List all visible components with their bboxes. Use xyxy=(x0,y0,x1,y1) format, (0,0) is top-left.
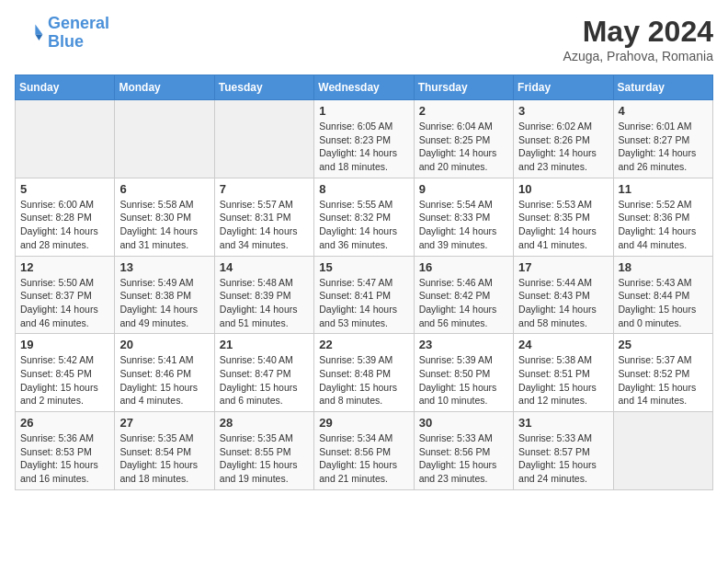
day-number: 24 xyxy=(518,338,608,351)
calendar-week-row: 1Sunrise: 6:05 AM Sunset: 8:23 PM Daylig… xyxy=(16,100,713,178)
day-number: 20 xyxy=(119,338,209,351)
day-info: Sunrise: 5:35 AM Sunset: 8:54 PM Dayligh… xyxy=(119,431,209,486)
day-number: 1 xyxy=(319,104,408,118)
day-info: Sunrise: 5:44 AM Sunset: 8:43 PM Dayligh… xyxy=(518,276,608,330)
day-number: 12 xyxy=(20,260,109,274)
day-info: Sunrise: 5:35 AM Sunset: 8:55 PM Dayligh… xyxy=(220,431,309,486)
calendar-week-row: 19Sunrise: 5:42 AM Sunset: 8:45 PM Dayli… xyxy=(16,334,713,412)
calendar-cell: 17Sunrise: 5:44 AM Sunset: 8:43 PM Dayli… xyxy=(514,256,613,334)
day-of-week-header: Friday xyxy=(514,75,613,100)
location: Azuga, Prahova, Romania xyxy=(563,49,713,63)
day-info: Sunrise: 5:50 AM Sunset: 8:37 PM Dayligh… xyxy=(20,276,109,330)
day-number: 2 xyxy=(419,104,508,118)
logo-icon xyxy=(15,18,44,48)
calendar-cell: 10Sunrise: 5:53 AM Sunset: 8:35 PM Dayli… xyxy=(514,178,613,256)
day-number: 31 xyxy=(518,416,608,430)
day-of-week-header: Sunday xyxy=(16,75,115,100)
day-info: Sunrise: 5:33 AM Sunset: 8:57 PM Dayligh… xyxy=(518,431,608,486)
calendar-cell: 19Sunrise: 5:42 AM Sunset: 8:45 PM Dayli… xyxy=(16,334,115,412)
calendar-cell: 26Sunrise: 5:36 AM Sunset: 8:53 PM Dayli… xyxy=(16,412,115,490)
calendar-cell: 8Sunrise: 5:55 AM Sunset: 8:32 PM Daylig… xyxy=(314,178,414,256)
calendar-cell xyxy=(16,100,115,178)
calendar-week-row: 5Sunrise: 6:00 AM Sunset: 8:28 PM Daylig… xyxy=(16,178,713,256)
day-of-week-header: Saturday xyxy=(613,75,712,100)
calendar-cell: 16Sunrise: 5:46 AM Sunset: 8:42 PM Dayli… xyxy=(414,256,513,334)
calendar-cell: 27Sunrise: 5:35 AM Sunset: 8:54 PM Dayli… xyxy=(115,412,214,490)
calendar-header-row: SundayMondayTuesdayWednesdayThursdayFrid… xyxy=(16,75,713,100)
calendar-cell xyxy=(214,100,313,178)
day-number: 13 xyxy=(119,260,209,274)
day-info: Sunrise: 5:47 AM Sunset: 8:41 PM Dayligh… xyxy=(319,276,408,330)
day-info: Sunrise: 5:58 AM Sunset: 8:30 PM Dayligh… xyxy=(119,198,209,252)
day-number: 6 xyxy=(119,182,209,196)
day-of-week-header: Monday xyxy=(115,75,214,100)
calendar-cell: 6Sunrise: 5:58 AM Sunset: 8:30 PM Daylig… xyxy=(115,178,214,256)
title-block: May 2024 Azuga, Prahova, Romania xyxy=(563,15,713,63)
day-number: 14 xyxy=(220,260,309,274)
day-info: Sunrise: 5:38 AM Sunset: 8:51 PM Dayligh… xyxy=(518,353,608,408)
calendar-body: 1Sunrise: 6:05 AM Sunset: 8:23 PM Daylig… xyxy=(16,100,713,490)
day-number: 16 xyxy=(419,260,508,274)
svg-marker-1 xyxy=(35,34,42,40)
calendar-cell xyxy=(115,100,214,178)
day-info: Sunrise: 6:02 AM Sunset: 8:26 PM Dayligh… xyxy=(518,120,608,174)
calendar-cell: 11Sunrise: 5:52 AM Sunset: 8:36 PM Dayli… xyxy=(613,178,712,256)
calendar-cell: 18Sunrise: 5:43 AM Sunset: 8:44 PM Dayli… xyxy=(613,256,712,334)
calendar-cell xyxy=(613,412,712,490)
calendar-cell: 2Sunrise: 6:04 AM Sunset: 8:25 PM Daylig… xyxy=(414,100,513,178)
day-info: Sunrise: 5:36 AM Sunset: 8:53 PM Dayligh… xyxy=(20,431,109,486)
day-of-week-header: Tuesday xyxy=(214,75,313,100)
day-number: 18 xyxy=(619,260,708,274)
day-info: Sunrise: 5:41 AM Sunset: 8:46 PM Dayligh… xyxy=(119,353,209,408)
calendar-cell: 22Sunrise: 5:39 AM Sunset: 8:48 PM Dayli… xyxy=(314,334,414,412)
day-number: 19 xyxy=(20,338,109,351)
calendar-week-row: 12Sunrise: 5:50 AM Sunset: 8:37 PM Dayli… xyxy=(16,256,713,334)
day-info: Sunrise: 5:52 AM Sunset: 8:36 PM Dayligh… xyxy=(619,198,708,252)
day-of-week-header: Wednesday xyxy=(314,75,414,100)
day-number: 26 xyxy=(20,416,109,430)
day-of-week-header: Thursday xyxy=(414,75,513,100)
calendar-cell: 29Sunrise: 5:34 AM Sunset: 8:56 PM Dayli… xyxy=(314,412,414,490)
calendar-cell: 20Sunrise: 5:41 AM Sunset: 8:46 PM Dayli… xyxy=(115,334,214,412)
day-number: 8 xyxy=(319,182,408,196)
day-number: 27 xyxy=(119,416,209,430)
day-info: Sunrise: 5:49 AM Sunset: 8:38 PM Dayligh… xyxy=(119,276,209,330)
calendar-cell: 24Sunrise: 5:38 AM Sunset: 8:51 PM Dayli… xyxy=(514,334,613,412)
day-number: 25 xyxy=(619,338,708,351)
day-info: Sunrise: 5:37 AM Sunset: 8:52 PM Dayligh… xyxy=(619,353,708,408)
logo-general: General xyxy=(48,14,109,32)
day-number: 28 xyxy=(220,416,309,430)
calendar-cell: 30Sunrise: 5:33 AM Sunset: 8:56 PM Dayli… xyxy=(414,412,513,490)
day-info: Sunrise: 5:33 AM Sunset: 8:56 PM Dayligh… xyxy=(419,431,508,486)
day-info: Sunrise: 6:04 AM Sunset: 8:25 PM Dayligh… xyxy=(419,120,508,174)
day-number: 7 xyxy=(220,182,309,196)
month-title: May 2024 xyxy=(563,15,713,49)
day-info: Sunrise: 5:40 AM Sunset: 8:47 PM Dayligh… xyxy=(220,353,309,408)
calendar-cell: 7Sunrise: 5:57 AM Sunset: 8:31 PM Daylig… xyxy=(214,178,313,256)
day-number: 30 xyxy=(419,416,508,430)
day-info: Sunrise: 5:53 AM Sunset: 8:35 PM Dayligh… xyxy=(518,198,608,252)
calendar-cell: 1Sunrise: 6:05 AM Sunset: 8:23 PM Daylig… xyxy=(314,100,414,178)
day-number: 11 xyxy=(619,182,708,196)
calendar-cell: 14Sunrise: 5:48 AM Sunset: 8:39 PM Dayli… xyxy=(214,256,313,334)
calendar-cell: 5Sunrise: 6:00 AM Sunset: 8:28 PM Daylig… xyxy=(16,178,115,256)
calendar-cell: 31Sunrise: 5:33 AM Sunset: 8:57 PM Dayli… xyxy=(514,412,613,490)
day-info: Sunrise: 5:34 AM Sunset: 8:56 PM Dayligh… xyxy=(319,431,408,486)
day-number: 5 xyxy=(20,182,109,196)
calendar-cell: 3Sunrise: 6:02 AM Sunset: 8:26 PM Daylig… xyxy=(514,100,613,178)
calendar-cell: 28Sunrise: 5:35 AM Sunset: 8:55 PM Dayli… xyxy=(214,412,313,490)
day-info: Sunrise: 5:39 AM Sunset: 8:48 PM Dayligh… xyxy=(319,353,408,408)
day-number: 23 xyxy=(419,338,508,351)
calendar-cell: 12Sunrise: 5:50 AM Sunset: 8:37 PM Dayli… xyxy=(16,256,115,334)
day-number: 22 xyxy=(319,338,408,351)
calendar-cell: 13Sunrise: 5:49 AM Sunset: 8:38 PM Dayli… xyxy=(115,256,214,334)
day-number: 15 xyxy=(319,260,408,274)
day-info: Sunrise: 5:46 AM Sunset: 8:42 PM Dayligh… xyxy=(419,276,508,330)
day-number: 3 xyxy=(518,104,608,118)
day-info: Sunrise: 5:55 AM Sunset: 8:32 PM Dayligh… xyxy=(319,198,408,252)
calendar-week-row: 26Sunrise: 5:36 AM Sunset: 8:53 PM Dayli… xyxy=(16,412,713,490)
calendar-cell: 21Sunrise: 5:40 AM Sunset: 8:47 PM Dayli… xyxy=(214,334,313,412)
logo-blue: Blue xyxy=(48,33,109,52)
day-number: 21 xyxy=(220,338,309,351)
day-number: 29 xyxy=(319,416,408,430)
